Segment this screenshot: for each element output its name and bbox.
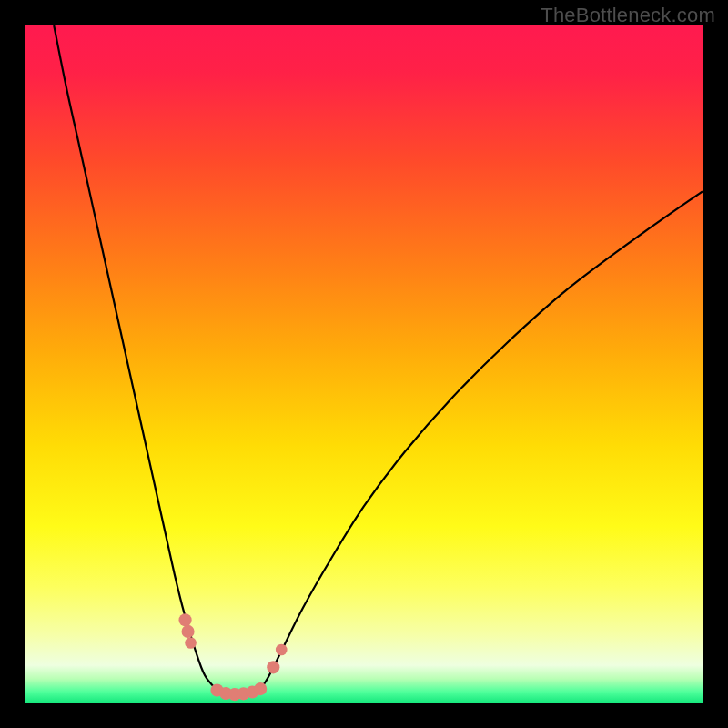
curve-right-branch [259, 191, 703, 692]
data-marker [254, 682, 267, 695]
chart-svg [25, 25, 703, 703]
chart-frame: TheBottleneck.com [0, 0, 728, 728]
data-marker [179, 613, 192, 626]
watermark-label: TheBottleneck.com [541, 4, 715, 27]
data-marker [267, 661, 279, 673]
data-marker [276, 644, 288, 656]
curve-left-branch [54, 25, 218, 692]
data-marker [185, 637, 197, 649]
data-marker [181, 625, 194, 638]
